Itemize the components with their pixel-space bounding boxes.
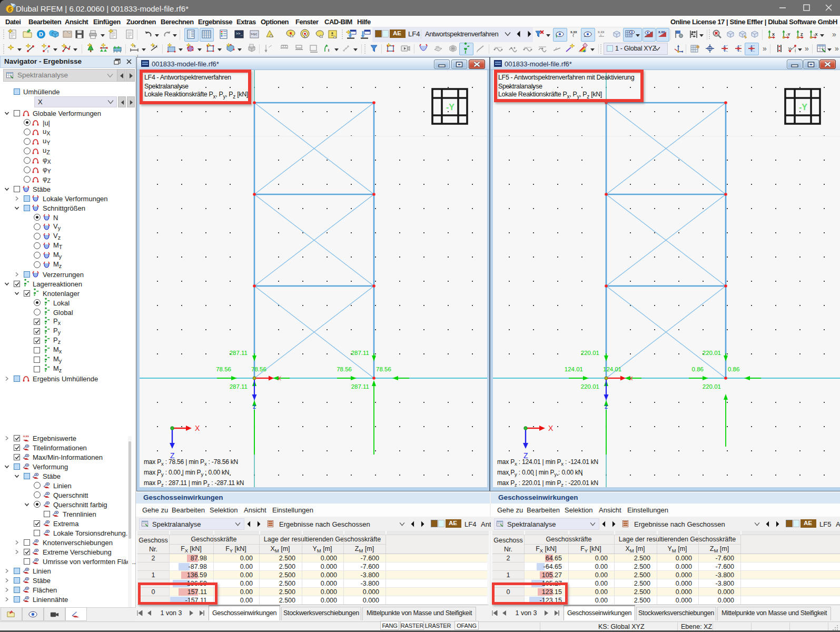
- svg-text:X: X: [548, 424, 554, 432]
- svg-text:124.01: 124.01: [603, 366, 621, 372]
- svg-text:220.01: 220.01: [703, 383, 721, 390]
- svg-text:x.xx: x.xx: [658, 30, 665, 34]
- svg-text:-Y: -Y: [799, 103, 807, 112]
- svg-text:287.11: 287.11: [230, 350, 248, 356]
- svg-text:78.56: 78.56: [251, 366, 266, 372]
- svg-text:X: X: [195, 424, 200, 432]
- svg-text:220.01: 220.01: [581, 383, 599, 390]
- svg-text:x.xx: x.xx: [570, 30, 577, 34]
- svg-text:-Y: -Y: [786, 32, 790, 37]
- svg-text:124.01: 124.01: [565, 366, 583, 372]
- svg-text:max Pz : 220.01 | min Pz : -22: max Pz : 220.01 | min Pz : -220.01 kN: [497, 479, 598, 488]
- svg-text:220.01: 220.01: [703, 350, 721, 356]
- svg-text:78.56: 78.56: [376, 366, 391, 372]
- svg-text:0.86: 0.86: [692, 366, 704, 372]
- svg-text:I: I: [328, 48, 329, 53]
- svg-text:I: I: [47, 50, 48, 53]
- svg-text:X: X: [772, 32, 775, 37]
- svg-text:78.56: 78.56: [216, 366, 231, 372]
- svg-text:>sc: >sc: [251, 32, 258, 36]
- svg-text:-Y: -Y: [446, 103, 454, 112]
- svg-text:max Px : 124.01 | min Px : -12: max Px : 124.01 | min Px : -124.01 kN: [497, 458, 598, 467]
- svg-text:x.xx: x.xx: [23, 434, 29, 438]
- svg-text:x.xx: x.xx: [598, 30, 605, 34]
- svg-text:z: z: [253, 403, 256, 410]
- svg-text:78.56: 78.56: [337, 366, 352, 372]
- svg-text:287.11: 287.11: [230, 383, 248, 390]
- svg-text:z: z: [605, 403, 608, 410]
- svg-text:D: D: [39, 31, 43, 37]
- svg-text:x: x: [278, 374, 281, 382]
- svg-text:I: I: [795, 49, 796, 53]
- svg-text:x: x: [629, 374, 633, 382]
- svg-text:max Pz : 287.11 | min Pz : -28: max Pz : 287.11 | min Pz : -287.11 kN: [144, 479, 244, 488]
- svg-text:max Py : 0.00 | min Py : 0.00: max Py : 0.00 | min Py : 0.00 kN: [144, 469, 229, 477]
- svg-text:max Px : 78.56 | min Px : -78.: max Px : 78.56 | min Px : -78.56 kN: [144, 458, 238, 467]
- svg-text:-X: -X: [814, 32, 818, 37]
- svg-text:>>_: >>_: [236, 32, 243, 36]
- svg-text:max Py : 0.00 | min Py : 0.00: max Py : 0.00 | min Py : 0.00 kN: [497, 469, 582, 477]
- svg-text:Z: Z: [801, 32, 803, 37]
- svg-text:287.11: 287.11: [351, 350, 369, 356]
- svg-text:6: 6: [8, 6, 12, 13]
- svg-text:220.01: 220.01: [581, 350, 599, 356]
- svg-text:287.11: 287.11: [351, 383, 369, 390]
- svg-text:0.86: 0.86: [728, 366, 739, 372]
